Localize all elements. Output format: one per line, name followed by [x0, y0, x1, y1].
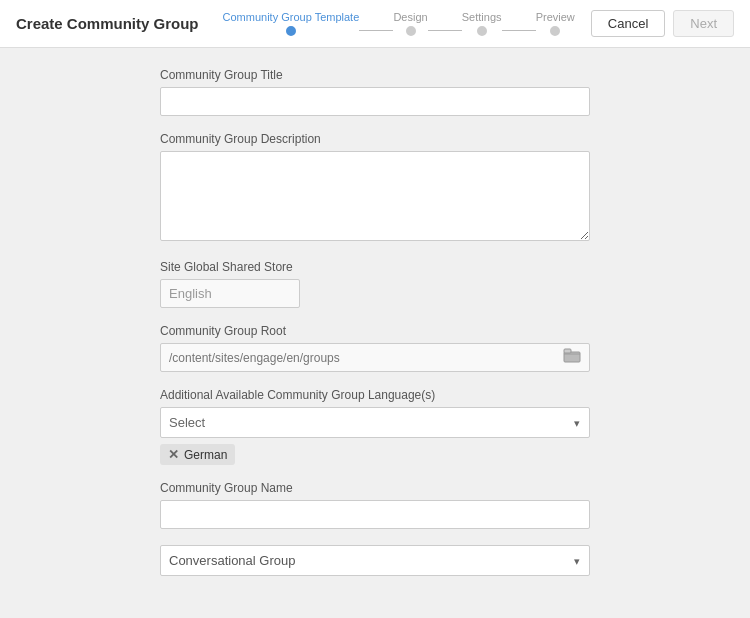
step-4-label: Preview [536, 11, 575, 23]
step-line-1 [359, 30, 393, 31]
name-group: Community Group Name [160, 481, 590, 529]
step-1: Community Group Template [223, 11, 360, 36]
group-type-wrapper: Conversational Group Blog Group Forum Gr… [160, 545, 590, 576]
title-group: Community Group Title [160, 68, 590, 116]
step-line-2 [428, 30, 462, 31]
step-4: Preview [536, 11, 575, 36]
page-title: Create Community Group [16, 15, 199, 32]
step-2: Design [393, 11, 427, 36]
step-3: Settings [462, 11, 502, 36]
languages-group: Additional Available Community Group Lan… [160, 388, 590, 465]
group-root-group: Community Group Root [160, 324, 590, 372]
group-type-select[interactable]: Conversational Group Blog Group Forum Gr… [160, 545, 590, 576]
german-tag: ✕ German [160, 444, 235, 465]
remove-german-button[interactable]: ✕ [168, 447, 179, 462]
name-label: Community Group Name [160, 481, 590, 495]
languages-select[interactable]: Select German French Spanish [160, 407, 590, 438]
description-group: Community Group Description [160, 132, 590, 244]
step-1-dot [286, 26, 296, 36]
languages-label: Additional Available Community Group Lan… [160, 388, 590, 402]
next-button[interactable]: Next [673, 10, 734, 37]
title-label: Community Group Title [160, 68, 590, 82]
svg-rect-1 [564, 349, 571, 353]
form-container: Community Group Title Community Group De… [0, 48, 750, 618]
cancel-button[interactable]: Cancel [591, 10, 665, 37]
shared-store-label: Site Global Shared Store [160, 260, 590, 274]
title-input[interactable] [160, 87, 590, 116]
shared-store-group: Site Global Shared Store [160, 260, 590, 308]
shared-store-input[interactable] [160, 279, 300, 308]
step-line-3 [502, 30, 536, 31]
name-input[interactable] [160, 500, 590, 529]
folder-icon[interactable] [555, 344, 589, 371]
group-root-wrapper [160, 343, 590, 372]
group-root-input[interactable] [161, 345, 555, 371]
description-label: Community Group Description [160, 132, 590, 146]
step-3-label: Settings [462, 11, 502, 23]
languages-select-wrapper: Select German French Spanish ▾ [160, 407, 590, 438]
header-buttons: Cancel Next [591, 10, 734, 37]
step-2-label: Design [393, 11, 427, 23]
wizard-steps: Community Group Template Design Settings… [223, 11, 575, 36]
german-tag-label: German [184, 448, 227, 462]
group-root-label: Community Group Root [160, 324, 590, 338]
step-2-dot [406, 26, 416, 36]
step-4-dot [550, 26, 560, 36]
step-1-label: Community Group Template [223, 11, 360, 23]
header: Create Community Group Community Group T… [0, 0, 750, 48]
group-type-group: Conversational Group Blog Group Forum Gr… [160, 545, 590, 576]
step-3-dot [477, 26, 487, 36]
description-textarea[interactable] [160, 151, 590, 241]
